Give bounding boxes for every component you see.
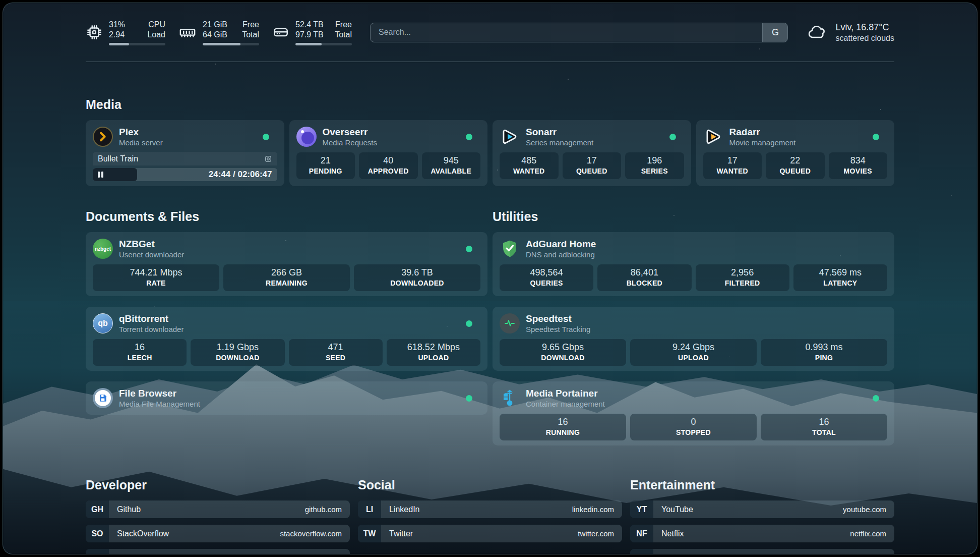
bookmark-url: twitter.com xyxy=(578,529,614,538)
stat-tile: 485WANTED xyxy=(500,152,559,179)
speedtest-icon xyxy=(500,313,520,333)
app-card-sonarr[interactable]: Sonarr Series management 485WANTED 17QUE… xyxy=(493,120,691,186)
app-card-nzbget[interactable]: nzbget NZBGet Usenet downloader 744.21 M… xyxy=(86,232,487,296)
topbar-divider xyxy=(86,62,894,62)
bookmark-abbr: SO xyxy=(86,525,109,542)
search-input[interactable] xyxy=(371,28,762,37)
bookmark-reddit[interactable]: RE Reddit reddit.com xyxy=(630,549,894,554)
search-bar: G xyxy=(370,23,788,42)
memory-free-value: 21 GiB xyxy=(203,20,227,30)
app-card-plex[interactable]: Plex Media server Bullet Train 24:44 / 0… xyxy=(86,120,284,186)
bookmark-name: Reddit xyxy=(661,553,685,555)
overseerr-icon xyxy=(296,127,317,147)
app-card-radarr[interactable]: Radarr Movie management 17WANTED 22QUEUE… xyxy=(696,120,895,186)
overseerr-title: Overseerr xyxy=(323,126,377,138)
portainer-title: Media Portainer xyxy=(526,387,605,399)
nzbget-status-dot xyxy=(466,246,472,252)
plex-title: Plex xyxy=(119,126,163,138)
portainer-icon xyxy=(500,388,520,408)
bookmark-abbr: LI xyxy=(358,500,381,518)
search-engine-button[interactable]: G xyxy=(762,23,787,42)
speedtest-subtitle: Speedtest Tracking xyxy=(526,324,590,334)
bookmark-stackoverflow[interactable]: SO StackOverflow stackoverflow.com xyxy=(86,525,350,542)
section-heading-utilities: Utilities xyxy=(493,209,894,224)
bookmark-abbr: TW xyxy=(358,525,381,542)
plex-icon xyxy=(93,127,113,147)
radarr-title: Radarr xyxy=(729,126,796,138)
radarr-icon xyxy=(703,127,723,147)
weather-widget[interactable]: Lviv, 16.87°C scattered clouds xyxy=(806,22,894,43)
weather-condition: scattered clouds xyxy=(835,33,894,43)
disk-stat: 52.4 TB 97.9 TB Free Total xyxy=(272,20,352,45)
disk-progress-bar xyxy=(295,43,352,45)
app-card-overseerr[interactable]: Overseerr Media Requests 21PENDING 40APP… xyxy=(289,120,488,186)
bookmark-abbr: GH xyxy=(86,500,109,518)
stat-tile: 618.52 MbpsUPLOAD xyxy=(387,339,480,366)
adguard-icon xyxy=(500,239,520,259)
app-card-filebrowser[interactable]: File Browser Media File Management xyxy=(86,381,487,415)
bookmark-linkedin[interactable]: LI LinkedIn linkedin.com xyxy=(358,500,622,518)
section-heading-documents: Documents & Files xyxy=(86,209,487,224)
bookmark-twitter[interactable]: TW Twitter twitter.com xyxy=(358,525,622,542)
cloud-icon xyxy=(806,22,828,42)
stat-tile: 22QUEUED xyxy=(766,152,825,179)
bookmark-url: github.com xyxy=(305,505,342,514)
disk-free-value: 52.4 TB xyxy=(295,20,324,30)
bookmark-netflix[interactable]: NF Netflix netflix.com xyxy=(630,525,894,542)
adguard-title: AdGuard Home xyxy=(526,238,596,250)
bookmark-name: LinkedIn xyxy=(389,505,420,514)
sonarr-subtitle: Series management xyxy=(526,138,593,147)
stat-tile: 17WANTED xyxy=(703,152,762,179)
cpu-usage-label: CPU xyxy=(147,20,165,30)
app-card-qbittorrent[interactable]: qb qBittorrent Torrent downloader 16LEEC… xyxy=(86,307,487,371)
stat-tile: 0STOPPED xyxy=(630,414,757,440)
bookmark-github[interactable]: GH Github github.com xyxy=(86,500,350,518)
adguard-subtitle: DNS and adblocking xyxy=(526,250,596,259)
app-card-portainer[interactable]: Media Portainer Container management 16R… xyxy=(493,381,894,445)
nzbget-icon: nzbget xyxy=(93,239,113,259)
section-heading-developer: Developer xyxy=(86,478,350,492)
stat-tile: 945AVAILABLE xyxy=(422,152,481,179)
radarr-status-dot xyxy=(873,134,879,140)
portainer-status-dot xyxy=(873,395,879,402)
disk-icon xyxy=(272,24,289,41)
stat-tile: 16LEECH xyxy=(93,339,187,366)
bookmark-url: netflix.com xyxy=(850,529,886,538)
bookmark-group-entertainment: Entertainment YT YouTube youtube.com NF … xyxy=(630,478,894,554)
stat-tile: 17QUEUED xyxy=(563,152,622,179)
section-heading-entertainment: Entertainment xyxy=(630,478,894,492)
filebrowser-icon xyxy=(93,388,113,408)
now-playing-icon xyxy=(264,155,272,163)
bookmark-url: youtube.com xyxy=(843,505,886,514)
portainer-subtitle: Container management xyxy=(526,399,605,409)
bookmark-abbr: YT xyxy=(630,500,653,518)
bookmark-dev[interactable]: DT DEV dev.to xyxy=(86,549,350,554)
app-card-adguard[interactable]: AdGuard Home DNS and adblocking 498,564Q… xyxy=(493,232,894,296)
memory-total-value: 64 GiB xyxy=(203,30,227,40)
bookmark-name: Twitter xyxy=(389,529,413,538)
disk-free-label: Free xyxy=(335,20,352,30)
qbittorrent-title: qBittorrent xyxy=(119,313,183,324)
bookmark-abbr: NF xyxy=(630,525,653,542)
plex-progress-bar: 24:44 / 02:06:47 xyxy=(93,168,277,181)
stat-tile: 86,401BLOCKED xyxy=(597,264,691,291)
filebrowser-subtitle: Media File Management xyxy=(119,399,200,409)
bookmark-abbr: RE xyxy=(630,549,653,554)
bookmark-name: YouTube xyxy=(661,505,693,514)
bookmark-name: DEV xyxy=(117,553,134,555)
stars xyxy=(3,3,4,4)
app-card-speedtest[interactable]: Speedtest Speedtest Tracking 9.65 GbpsDO… xyxy=(493,307,894,371)
sonarr-icon xyxy=(500,127,520,147)
bookmark-name: Netflix xyxy=(661,529,684,538)
stat-tile: 40APPROVED xyxy=(359,152,418,179)
bookmark-url: reddit.com xyxy=(851,553,886,554)
bookmark-url: dev.to xyxy=(322,553,342,554)
stat-tile: 1.19 GbpsDOWNLOAD xyxy=(191,339,284,366)
bookmark-name: StackOverflow xyxy=(117,529,169,538)
bookmark-youtube[interactable]: YT YouTube youtube.com xyxy=(630,500,894,518)
stat-tile: 39.6 TBDOWNLOADED xyxy=(354,264,480,291)
stat-tile: 16TOTAL xyxy=(761,414,887,440)
cpu-usage-value: 31% xyxy=(109,20,125,30)
qbittorrent-icon: qb xyxy=(93,313,113,333)
radarr-subtitle: Movie management xyxy=(729,138,796,147)
